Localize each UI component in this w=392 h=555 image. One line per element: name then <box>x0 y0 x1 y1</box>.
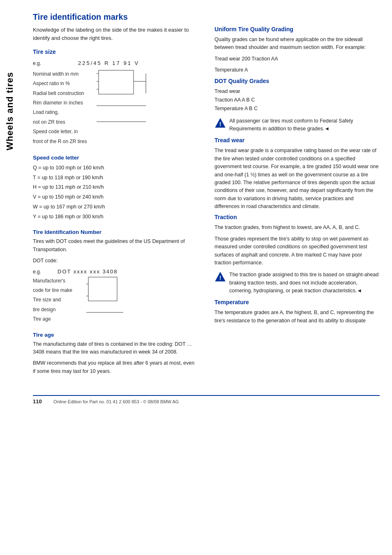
svg-text:!: ! <box>219 275 221 281</box>
traction-title: Traction <box>214 214 380 220</box>
tread-wear-body: The tread wear grade is a comparative ra… <box>214 147 380 210</box>
tire-label-7: front of the R on ZR tires <box>33 137 198 146</box>
speed-item-1: T = up to 118 mph or 190 km/h <box>33 173 198 183</box>
temperature-body: The temperature grades are A, the highes… <box>214 309 380 325</box>
tire-size-title: Tire size <box>33 49 198 55</box>
dot-quality-title: DOT Quality Grades <box>214 78 380 84</box>
traction-body2: Those grades represent the tire's abilit… <box>214 235 380 267</box>
warning2-text: The traction grade assigned to this tire… <box>229 271 380 295</box>
svg-text:!: ! <box>219 121 221 127</box>
left-column: Knowledge of the labeling on the side of… <box>33 26 198 379</box>
tread-wear-title: Tread wear <box>214 137 380 143</box>
page-title: Tire identification marks <box>33 12 380 22</box>
dot-q-line3: Temperature A B C <box>214 105 380 113</box>
tire-size-diagram: e.g. 225/45 R 17 91 V Nominal width in m… <box>33 59 198 146</box>
warning1-text: All passenger car tires must conform to … <box>229 117 380 133</box>
utqg-example1: Tread wear 200 Traction AA <box>214 55 380 63</box>
tire-age-body1: The manufacturing date of tires is conta… <box>33 340 198 356</box>
utqg-example2: Temperature A <box>214 66 380 74</box>
footer-text: Online Edition for Part no. 01 41 2 600 … <box>53 399 179 404</box>
warning-box-1: ! All passenger car tires must conform t… <box>214 117 380 133</box>
speed-codes-list: Q = up to 100 mph or 160 km/h T = up to … <box>33 163 198 222</box>
speed-item-4: W = up to 167 mph or 270 km/h <box>33 202 198 212</box>
dot-q-line2: Traction AA A B C <box>214 96 380 104</box>
utqg-body: Quality grades can be found where applic… <box>214 36 380 52</box>
sidebar: Wheels and tires <box>0 49 20 173</box>
sidebar-label: Wheels and tires <box>5 72 15 150</box>
intro-text: Knowledge of the labeling on the side of… <box>33 26 198 42</box>
footer: 110 Online Edition for Part no. 01 41 2 … <box>33 395 380 405</box>
dot-bracket-svg <box>86 276 136 317</box>
tire-age-title: Tire age <box>33 332 198 338</box>
speed-item-5: Y = up to 186 mph or 300 km/h <box>33 212 198 222</box>
eg-label-dot: e.g. <box>33 269 45 275</box>
temperature-title: Temperature <box>214 299 380 305</box>
tire-age-body2: BMW recommends that you replace all tire… <box>33 359 198 375</box>
warning-box-2: ! The traction grade assigned to this ti… <box>214 271 380 295</box>
dot-diagram: e.g. DOT xxxx xxx 3408 Manufacturer's co… <box>33 268 198 324</box>
right-column: Uniform Tire Quality Grading Quality gra… <box>214 26 380 379</box>
svg-rect-8 <box>88 277 117 301</box>
tire-id-title: Tire Identification Number <box>33 229 198 235</box>
tire-bracket-svg <box>97 69 150 134</box>
utqg-title: Uniform Tire Quality Grading <box>214 26 380 32</box>
warning-triangle-icon-2: ! <box>214 271 226 282</box>
page-number: 110 <box>33 398 45 405</box>
traction-body1: The traction grades, from highest to low… <box>214 224 380 231</box>
speed-item-3: V = up to 150 mph or 240 km/h <box>33 192 198 202</box>
speed-item-0: Q = up to 100 mph or 160 km/h <box>33 163 198 173</box>
warning-triangle-icon-1: ! <box>214 118 226 128</box>
dot-label: DOT code: <box>33 257 198 265</box>
dot-q-line1: Tread wear <box>214 88 380 95</box>
speed-item-2: H = up to 131 mph or 210 km/h <box>33 183 198 192</box>
eg-label-tire: e.g. <box>33 60 55 67</box>
svg-rect-0 <box>99 70 134 94</box>
dot-code: DOT xxxx xxx 3408 <box>58 268 118 275</box>
speed-code-title: Speed code letter <box>33 155 198 161</box>
tire-code: 225/45 R 17 91 V <box>78 59 139 68</box>
tire-id-body1: Tires with DOT codes meet the guidelines… <box>33 238 198 254</box>
